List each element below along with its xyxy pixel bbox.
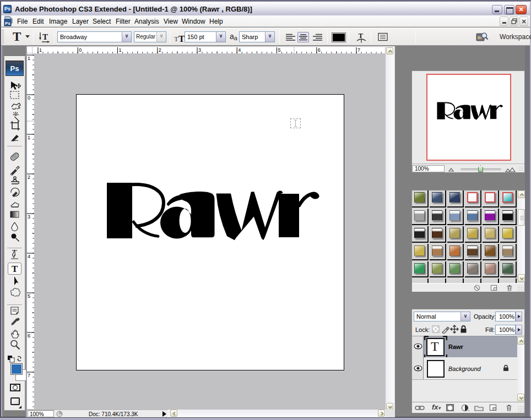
svg-text:6: 6	[28, 333, 30, 339]
svg-text:0: 0	[28, 95, 30, 101]
svg-text:4: 4	[238, 47, 241, 53]
svg-text:3: 3	[198, 47, 201, 53]
svg-text:2: 2	[28, 174, 30, 180]
svg-text:T: T	[42, 32, 48, 41]
svg-text:T: T	[12, 264, 18, 274]
svg-text:1: 1	[28, 135, 30, 140]
svg-text:6: 6	[318, 47, 321, 53]
svg-text:3: 3	[28, 214, 30, 220]
svg-text:1: 1	[119, 47, 122, 53]
svg-text:7: 7	[28, 373, 30, 378]
svg-text:5: 5	[278, 47, 281, 53]
svg-text:4: 4	[28, 254, 30, 259]
svg-text:Ps: Ps	[5, 21, 10, 26]
svg-text:5: 5	[28, 293, 30, 299]
svg-text:7: 7	[357, 47, 360, 53]
svg-text:1: 1	[39, 47, 42, 53]
svg-text:2: 2	[159, 47, 161, 53]
svg-text:1: 1	[28, 56, 30, 61]
svg-text:T: T	[359, 31, 364, 40]
svg-text:0: 0	[79, 47, 82, 53]
